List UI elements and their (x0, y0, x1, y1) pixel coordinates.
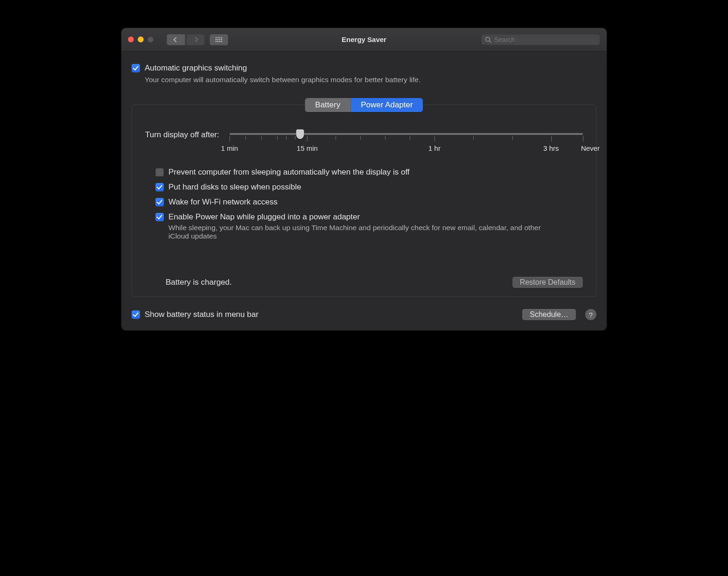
search-input[interactable] (494, 36, 596, 43)
back-button[interactable] (167, 34, 185, 45)
show-all-button[interactable] (210, 34, 228, 45)
bottom-row: Show battery status in menu bar Schedule… (132, 309, 596, 320)
auto-graphics-label: Automatic graphics switching (145, 63, 420, 73)
power-source-tabs: Battery Power Adapter (305, 98, 423, 112)
power-nap-checkbox[interactable] (155, 213, 164, 221)
battery-status-text: Battery is charged. (166, 278, 232, 287)
chevron-right-icon (193, 37, 198, 42)
wake-wifi-checkbox[interactable] (155, 198, 164, 206)
show-battery-row: Show battery status in menu bar (132, 310, 259, 319)
power-options: Prevent computer from sleeping automatic… (145, 168, 583, 240)
tab-power-adapter[interactable]: Power Adapter (350, 98, 423, 112)
hard-disks-row: Put hard disks to sleep when possible (155, 183, 583, 192)
show-battery-label: Show battery status in menu bar (145, 310, 259, 319)
wake-wifi-label: Wake for Wi-Fi network access (168, 197, 278, 207)
svg-line-1 (490, 41, 491, 42)
power-nap-description: While sleeping, your Mac can back up usi… (168, 224, 542, 240)
search-icon (485, 36, 491, 43)
hard-disks-checkbox[interactable] (155, 183, 164, 191)
traffic-lights (128, 36, 162, 42)
power-panel: Battery Power Adapter Turn display off a… (132, 105, 596, 297)
power-nap-row: Enable Power Nap while plugged into a po… (155, 212, 583, 240)
power-nap-label: Enable Power Nap while plugged into a po… (168, 212, 542, 222)
zoom-button[interactable] (147, 36, 154, 42)
tab-battery[interactable]: Battery (305, 98, 350, 112)
content-area: Automatic graphics switching Your comput… (121, 51, 607, 330)
auto-graphics-checkbox[interactable] (132, 64, 140, 72)
preferences-window: Energy Saver Automatic graphics switchin… (121, 28, 607, 330)
help-button[interactable]: ? (585, 309, 596, 320)
minimize-button[interactable] (138, 36, 144, 42)
hard-disks-label: Put hard disks to sleep when possible (168, 183, 301, 192)
chevron-left-icon (173, 37, 178, 42)
display-sleep-row: Turn display off after: (145, 130, 583, 154)
show-all-group (210, 34, 228, 45)
grid-icon (215, 37, 223, 42)
show-battery-checkbox[interactable] (132, 310, 140, 319)
nav-buttons (167, 34, 205, 45)
panel-footer: Battery is charged. Restore Defaults (145, 277, 583, 288)
search-field[interactable] (481, 34, 600, 45)
prevent-sleep-row: Prevent computer from sleeping automatic… (155, 168, 583, 177)
wake-wifi-row: Wake for Wi-Fi network access (155, 197, 583, 207)
prevent-sleep-label: Prevent computer from sleeping automatic… (168, 168, 410, 177)
prevent-sleep-checkbox[interactable] (155, 168, 164, 176)
close-button[interactable] (128, 36, 134, 42)
restore-defaults-button[interactable]: Restore Defaults (512, 277, 583, 288)
auto-graphics-row: Automatic graphics switching Your comput… (132, 63, 596, 84)
titlebar: Energy Saver (121, 28, 607, 51)
display-sleep-slider[interactable]: 1 min 15 min 1 hr 3 hrs Never (230, 130, 583, 154)
auto-graphics-description: Your computer will automatically switch … (145, 76, 420, 84)
slider-tick-labels: 1 min 15 min 1 hr 3 hrs Never (230, 144, 583, 154)
display-sleep-label: Turn display off after: (145, 130, 219, 140)
forward-button[interactable] (186, 34, 205, 45)
slider-ticks (230, 136, 583, 142)
schedule-button[interactable]: Schedule… (522, 309, 576, 320)
bottom-right-controls: Schedule… ? (522, 309, 596, 320)
